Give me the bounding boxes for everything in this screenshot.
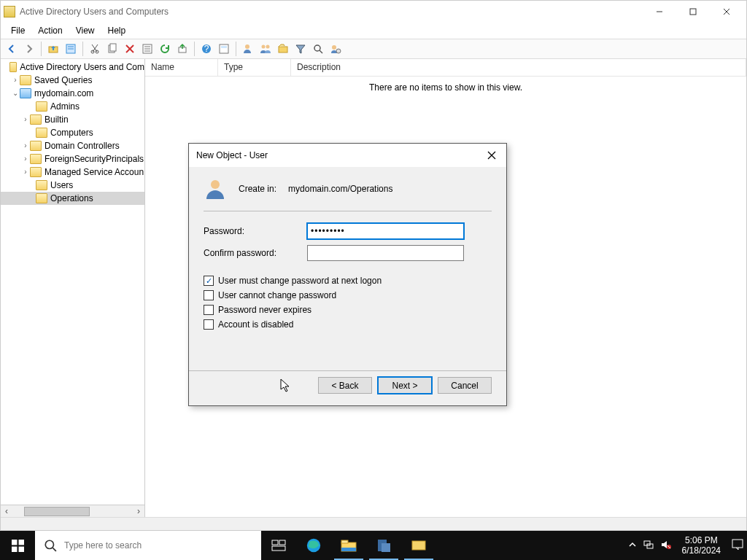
maximize-button[interactable]	[676, 1, 710, 23]
cut-icon[interactable]	[87, 41, 103, 57]
edge-icon[interactable]	[296, 531, 331, 560]
delete-icon[interactable]	[122, 41, 138, 57]
tree-admins[interactable]: Admins	[50, 100, 80, 113]
taskbar-search[interactable]: Type here to search	[35, 531, 261, 560]
tree-msa[interactable]: Managed Service Accoun	[44, 166, 144, 179]
chk-cannot-change[interactable]	[204, 290, 214, 300]
close-button[interactable]	[710, 1, 743, 23]
col-desc[interactable]: Description	[291, 59, 746, 76]
divider	[204, 211, 492, 211]
properties-icon[interactable]	[63, 41, 79, 57]
search-placeholder: Type here to search	[64, 540, 142, 551]
taskbar: Type here to search 5:06 PM 6/18/2024	[0, 531, 747, 560]
chk-never-expires[interactable]	[204, 305, 214, 315]
statusbar	[1, 517, 746, 530]
create-in-label: Create in:	[239, 184, 276, 194]
menu-action[interactable]: Action	[32, 24, 68, 37]
new-user-icon[interactable]	[240, 41, 256, 57]
new-user-dialog: New Object - User Create in: mydomain.co…	[188, 143, 507, 406]
forward-icon[interactable]	[21, 41, 37, 57]
create-in-path: mydomain.com/Operations	[288, 184, 392, 194]
export-icon[interactable]	[174, 41, 190, 57]
next-button[interactable]: Next >	[378, 377, 432, 394]
tray-clock[interactable]: 5:06 PM 6/18/2024	[678, 535, 725, 556]
svg-point-33	[211, 180, 220, 189]
tree-domain[interactable]: mydomain.com	[34, 87, 93, 100]
lbl-cannot-change[interactable]: User cannot change password	[218, 290, 336, 300]
menubar: File Action View Help	[1, 23, 746, 39]
task-view-icon[interactable]	[261, 531, 296, 560]
tree-fsp[interactable]: ForeignSecurityPrincipals	[44, 152, 144, 166]
back-button[interactable]: < Back	[318, 377, 372, 394]
menu-file[interactable]: File	[5, 24, 31, 37]
svg-point-24	[262, 45, 266, 49]
svg-rect-26	[279, 47, 287, 52]
search-icon[interactable]	[310, 41, 326, 57]
up-folder-icon[interactable]	[45, 41, 61, 57]
col-type[interactable]: Type	[218, 59, 291, 76]
tray-network-icon[interactable]	[643, 540, 654, 552]
explorer-icon[interactable]	[331, 531, 366, 560]
svg-rect-11	[110, 44, 116, 51]
filter-icon[interactable]	[293, 41, 309, 57]
col-name[interactable]: Name	[145, 59, 218, 76]
dialog-close-button[interactable]	[480, 145, 503, 166]
tray-chevron-icon[interactable]	[628, 540, 637, 551]
svg-point-29	[332, 45, 336, 50]
tree-hscrollbar[interactable]: ‹›	[1, 505, 144, 517]
help-icon[interactable]: ?	[198, 41, 214, 57]
tree-users[interactable]: Users	[50, 179, 73, 192]
svg-rect-35	[18, 540, 23, 545]
dialog-title: New Object - User	[196, 150, 480, 160]
refresh-icon[interactable]	[157, 41, 173, 57]
tray-notifications-icon[interactable]	[731, 538, 744, 553]
new-group-icon[interactable]	[258, 41, 274, 57]
svg-point-38	[45, 540, 53, 548]
password-label: Password:	[204, 226, 307, 236]
toolbar: ?	[1, 39, 746, 59]
svg-point-27	[314, 45, 320, 51]
find-icon[interactable]	[216, 41, 232, 57]
chk-change-next-logon[interactable]	[204, 276, 214, 286]
copy-icon[interactable]	[104, 41, 120, 57]
password-input[interactable]	[307, 223, 464, 239]
titlebar: Active Directory Users and Computers	[1, 1, 746, 23]
svg-point-25	[266, 45, 270, 49]
tree-saved-queries[interactable]: Saved Queries	[34, 74, 92, 87]
tree-dcs[interactable]: Domain Controllers	[44, 139, 120, 152]
svg-rect-48	[382, 543, 390, 552]
app-icon	[4, 6, 15, 18]
menu-help[interactable]: Help	[102, 24, 132, 37]
start-button[interactable]	[0, 531, 35, 560]
server-manager-icon[interactable]	[366, 531, 401, 560]
svg-rect-54	[732, 540, 743, 548]
svg-rect-36	[12, 546, 17, 551]
cancel-button[interactable]: Cancel	[438, 377, 492, 394]
minimize-button[interactable]	[643, 1, 676, 23]
svg-rect-21	[220, 44, 228, 53]
menu-view[interactable]: View	[70, 24, 101, 37]
lbl-account-disabled[interactable]: Account is disabled	[218, 319, 293, 330]
tray-volume-icon[interactable]	[660, 540, 672, 552]
svg-rect-41	[279, 540, 285, 545]
add-to-group-icon[interactable]	[328, 41, 344, 57]
tree-pane[interactable]: Active Directory Users and Com ›Saved Qu…	[1, 59, 145, 517]
chk-account-disabled[interactable]	[204, 319, 214, 330]
svg-rect-45	[341, 540, 348, 543]
props2-icon[interactable]	[139, 41, 155, 57]
tree-operations[interactable]: Operations	[50, 192, 93, 205]
svg-rect-34	[12, 540, 17, 545]
confirm-password-label: Confirm password:	[204, 248, 307, 258]
new-ou-icon[interactable]	[275, 41, 291, 57]
tree-root[interactable]: Active Directory Users and Com	[20, 61, 144, 74]
aduc-taskbar-icon[interactable]	[401, 531, 436, 560]
svg-rect-42	[272, 546, 285, 551]
empty-message: There are no items to show in this view.	[145, 82, 746, 93]
back-icon[interactable]	[4, 41, 20, 57]
confirm-password-input[interactable]	[307, 245, 464, 261]
lbl-never-expires[interactable]: Password never expires	[218, 305, 311, 315]
tree-computers[interactable]: Computers	[50, 126, 93, 139]
lbl-change-next-logon[interactable]: User must change password at next logon	[218, 276, 382, 286]
user-icon	[204, 177, 227, 201]
tree-builtin[interactable]: Builtin	[44, 113, 69, 126]
